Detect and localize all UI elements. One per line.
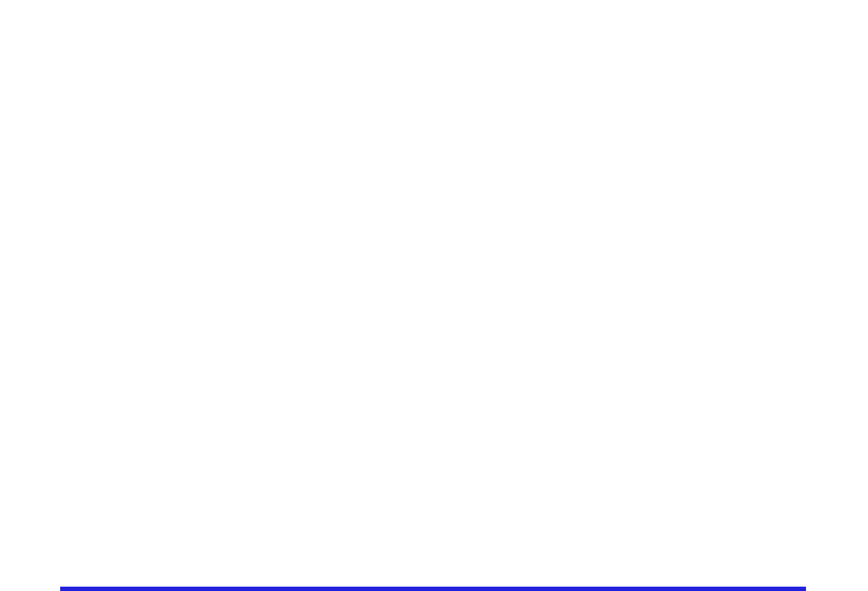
elixer-report-page: { "header": { "left_segments": [ {"t":"E…	[0, 0, 868, 591]
header-datetime-version	[654, 4, 663, 13]
full-spectrum-plot	[37, 167, 818, 295]
bottom-blue-bar	[60, 587, 806, 591]
cutout-panels	[25, 313, 515, 456]
spec2d-and-fit-plots	[267, 17, 818, 166]
